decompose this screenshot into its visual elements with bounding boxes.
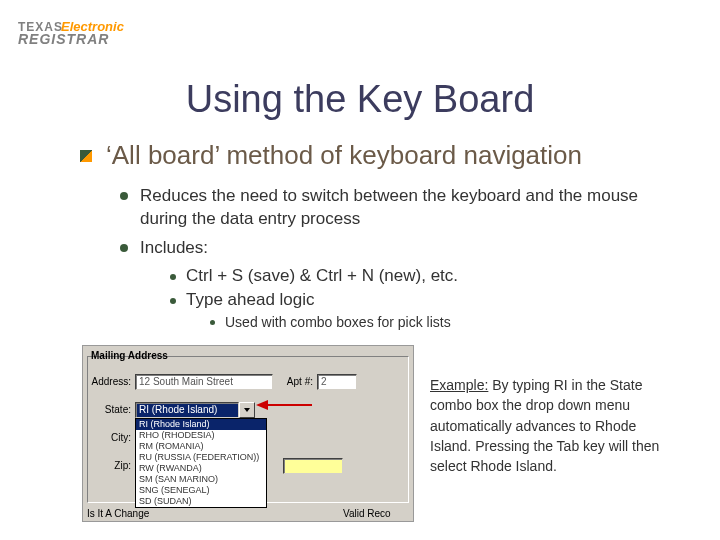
mailing-address-form: Mailing Address Address: 12 South Main S… [83, 346, 413, 521]
state-field[interactable]: RI (Rhode Island) [135, 402, 239, 418]
svg-marker-2 [256, 400, 268, 410]
red-arrow-icon [256, 398, 314, 412]
apt-field[interactable]: 2 [317, 374, 357, 390]
slide: TEXASElectronic REGISTRAR Using the Key … [0, 0, 720, 540]
dropdown-option[interactable]: RHO (RHODESIA) [136, 430, 266, 441]
bullet-level4: Used with combo boxes for pick lists [210, 314, 680, 330]
state-dropdown-list[interactable]: RI (Rhode Island) RHO (RHODESIA) RM (ROM… [135, 418, 267, 508]
group-label: Mailing Address [91, 350, 168, 361]
label-state: State: [83, 404, 131, 415]
logo: TEXASElectronic REGISTRAR [18, 18, 124, 46]
page-title: Using the Key Board [0, 78, 720, 121]
footer-right: Valid Reco [343, 508, 413, 519]
form-screenshot: Mailing Address Address: 12 South Main S… [82, 345, 414, 522]
logo-registrar: REGISTRAR [18, 32, 124, 46]
bullet-text: ‘All board’ method of keyboard navigatio… [106, 140, 582, 171]
state-dropdown-button[interactable] [239, 402, 255, 418]
example-text: Example: By typing RI in the State combo… [430, 375, 680, 476]
dot-icon [120, 244, 128, 252]
dropdown-option[interactable]: SD (SUDAN) [136, 496, 266, 507]
dot-icon [170, 274, 176, 280]
zip-field[interactable] [283, 458, 343, 474]
bullet-level1: ‘All board’ method of keyboard navigatio… [80, 140, 680, 171]
dot-icon [210, 320, 215, 325]
example-label: Example: [430, 377, 488, 393]
bullet-text: Ctrl + S (save) & Ctrl + N (new), etc. [186, 266, 458, 286]
dropdown-option[interactable]: RI (Rhode Island) [136, 419, 266, 430]
dropdown-option[interactable]: RW (RWANDA) [136, 463, 266, 474]
bullet-text: Used with combo boxes for pick lists [225, 314, 451, 330]
chevron-down-icon [244, 408, 250, 412]
bullet-text: Reduces the need to switch between the k… [140, 185, 680, 231]
bullet-text: Includes: [140, 237, 208, 260]
dot-icon [120, 192, 128, 200]
dropdown-option[interactable]: RM (ROMANIA) [136, 441, 266, 452]
label-city: City: [83, 432, 131, 443]
label-apt: Apt #: [281, 376, 313, 387]
footer-left: Is It A Change [87, 508, 167, 519]
state-combo[interactable]: RI (Rhode Island) [135, 402, 255, 418]
dot-icon [170, 298, 176, 304]
bullet-level3: Ctrl + S (save) & Ctrl + N (new), etc. [170, 266, 680, 286]
dropdown-option[interactable]: RU (RUSSIA (FEDERATION)) [136, 452, 266, 463]
bullet-level2: Reduces the need to switch between the k… [120, 185, 680, 231]
square-bullet-icon [80, 150, 92, 162]
address-field[interactable]: 12 South Main Street [135, 374, 273, 390]
svg-marker-0 [244, 408, 250, 412]
label-address: Address: [83, 376, 131, 387]
dropdown-option[interactable]: SNG (SENEGAL) [136, 485, 266, 496]
label-zip: Zip: [83, 460, 131, 471]
dropdown-option[interactable]: SM (SAN MARINO) [136, 474, 266, 485]
bullet-level2: Includes: [120, 237, 680, 260]
bullet-text: Type ahead logic [186, 290, 315, 310]
body: ‘All board’ method of keyboard navigatio… [80, 140, 680, 334]
bullet-level3: Type ahead logic [170, 290, 680, 310]
